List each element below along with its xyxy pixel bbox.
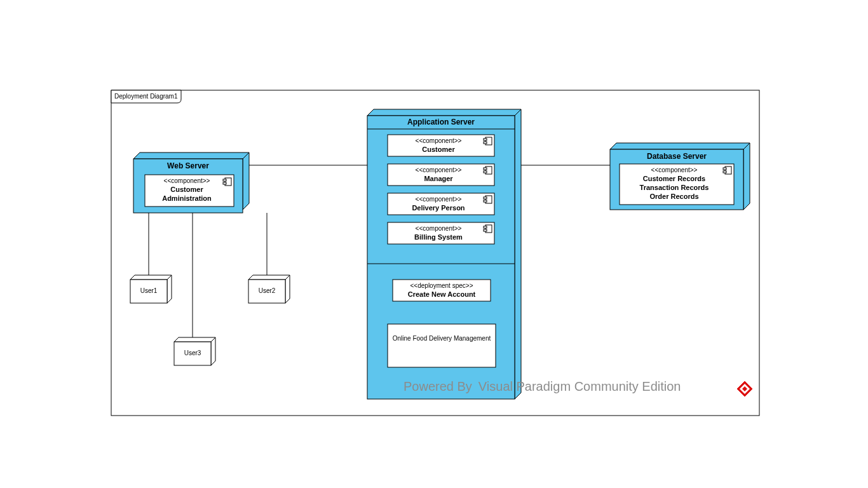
stereotype-label: <<deployment spec>> bbox=[410, 282, 473, 289]
component-customer-admin: <<component>> Customer Administration bbox=[145, 175, 234, 207]
watermark-text: Powered By Visual Paradigm Community Edi… bbox=[403, 379, 681, 393]
svg-rect-50 bbox=[723, 168, 726, 170]
component-name-2: Administration bbox=[162, 194, 212, 202]
node-user2: User2 bbox=[248, 275, 290, 303]
user2-label: User2 bbox=[259, 287, 276, 294]
stereotype-label: <<component>> bbox=[651, 166, 698, 173]
node-database-server: Database Server <<component>> Customer R… bbox=[610, 143, 750, 210]
user3-label: User3 bbox=[184, 349, 201, 356]
deployment-spec-create-account: <<deployment spec>> Create New Account bbox=[393, 280, 491, 301]
web-server-title: Web Server bbox=[167, 161, 209, 170]
node-application-server: Application Server <<component>> Custome… bbox=[367, 109, 521, 399]
component-billing-system: <<component>> Billing System bbox=[388, 222, 494, 244]
frame-title: Deployment Diagram1 bbox=[114, 93, 178, 100]
svg-rect-36 bbox=[484, 197, 487, 199]
stereotype-label: <<component>> bbox=[416, 196, 462, 203]
svg-rect-12 bbox=[223, 182, 226, 184]
component-customer: <<component>> Customer bbox=[388, 135, 494, 156]
svg-rect-41 bbox=[484, 229, 487, 231]
app-server-title: Application Server bbox=[407, 118, 475, 126]
deployment-diagram: Deployment Diagram1 Web Server <<compone… bbox=[0, 0, 868, 488]
component-manager: <<component>> Manager bbox=[388, 164, 494, 186]
component-name: Manager bbox=[424, 175, 453, 182]
component-name: Delivery Person bbox=[412, 204, 465, 212]
svg-rect-11 bbox=[223, 179, 226, 181]
vp-logo-icon bbox=[737, 381, 752, 396]
svg-rect-33 bbox=[484, 171, 487, 173]
svg-rect-29 bbox=[484, 142, 487, 144]
component-name: Customer bbox=[170, 186, 203, 193]
record-line-1: Customer Records bbox=[643, 175, 705, 182]
stereotype-label: <<component>> bbox=[416, 166, 462, 173]
user1-label: User1 bbox=[140, 287, 158, 294]
artifact-odm: Online Food Delivery Management bbox=[388, 324, 496, 367]
node-web-server: Web Server <<component>> Customer Admini… bbox=[133, 152, 249, 213]
svg-rect-40 bbox=[484, 226, 487, 228]
stereotype-label: <<component>> bbox=[164, 177, 210, 184]
component-name: Billing System bbox=[414, 233, 463, 241]
record-line-3: Order Records bbox=[649, 193, 698, 200]
stereotype-label: <<component>> bbox=[416, 225, 462, 232]
artifact-name: Online Food Delivery Management bbox=[393, 335, 491, 342]
db-server-title: Database Server bbox=[647, 152, 707, 161]
component-db-records: <<component>> Customer Records Transacti… bbox=[620, 164, 734, 205]
svg-rect-44 bbox=[388, 324, 496, 367]
component-name: Customer bbox=[422, 146, 455, 153]
node-user1: User1 bbox=[130, 275, 172, 303]
node-user3: User3 bbox=[174, 337, 215, 365]
svg-rect-28 bbox=[484, 139, 487, 140]
record-line-2: Transaction Records bbox=[640, 184, 709, 191]
deployment-spec-name: Create New Account bbox=[408, 290, 476, 298]
svg-rect-37 bbox=[484, 200, 487, 202]
component-delivery-person: <<component>> Delivery Person bbox=[388, 193, 494, 215]
svg-rect-51 bbox=[723, 171, 726, 173]
stereotype-label: <<component>> bbox=[416, 137, 462, 144]
svg-rect-32 bbox=[484, 168, 487, 170]
